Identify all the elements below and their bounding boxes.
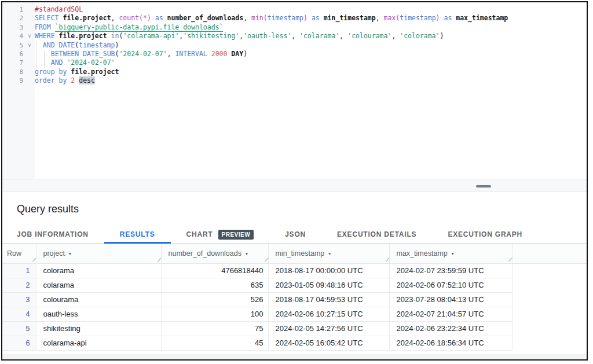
- results-tabs: JOB INFORMATIONRESULTSCHARTPREVIEWJSONEX…: [2, 226, 587, 244]
- column-header-project[interactable]: project▾∕∕: [36, 244, 161, 263]
- cell-spacer: [512, 292, 587, 307]
- column-header-number_of_downloads[interactable]: number_of_downloads▾∕∕: [161, 244, 268, 263]
- line-number: 3: [2, 23, 24, 32]
- code-line-1[interactable]: 1#standardSQL: [2, 5, 587, 14]
- line-number: 8: [2, 68, 24, 76]
- table-reference-link[interactable]: `bigquery-public-data.pypi.file_download…: [55, 23, 224, 32]
- code-token: '2024-02-07': [67, 58, 115, 67]
- sort-dropdown-icon[interactable]: ▾: [246, 251, 248, 256]
- cell-min-timestamp: 2018-08-17 04:59:53 UTC: [268, 292, 389, 307]
- code-token: FROM: [35, 23, 51, 31]
- cell-max-timestamp: 2024-02-06 18:56:34 UTC: [389, 336, 512, 350]
- code-token: as: [155, 14, 163, 22]
- code-token: WHERE: [35, 32, 55, 40]
- column-resize-handle-icon[interactable]: ∕∕: [159, 257, 159, 263]
- code-token: file.project: [71, 68, 119, 76]
- code-token: [163, 14, 167, 22]
- column-label: min_timestamp: [276, 249, 325, 258]
- cell-min-timestamp: 2018-08-17 00:00:00 UTC: [268, 263, 389, 278]
- sort-dropdown-icon[interactable]: ▾: [452, 251, 454, 256]
- row-number: 3: [2, 292, 36, 307]
- code-token: max_timestamp: [456, 14, 508, 22]
- table-row: 5shikitesting752024-02-05 14:27:56 UTC20…: [2, 321, 587, 336]
- code-token: 'shikitesting': [183, 32, 239, 40]
- sort-dropdown-icon[interactable]: ▾: [328, 251, 331, 256]
- row-number: 4: [2, 307, 36, 321]
- code-token: DAY: [231, 50, 243, 58]
- code-token: timestamp: [79, 41, 115, 49]
- code-token: [55, 76, 59, 84]
- code-line-8[interactable]: 8group by file.project: [2, 68, 587, 76]
- sql-editor[interactable]: 1#standardSQL2SELECT file.project, count…: [2, 2, 587, 179]
- code-token: as: [444, 14, 452, 22]
- preview-badge: PREVIEW: [218, 230, 254, 240]
- indent-guide: [36, 41, 36, 68]
- fold-toggle-icon[interactable]: ∨: [24, 41, 35, 50]
- cell-number-of-downloads: 45: [161, 336, 268, 350]
- tab-results[interactable]: RESULTS: [104, 226, 171, 243]
- tab-json[interactable]: JSON: [269, 226, 321, 243]
- code-area[interactable]: 1#standardSQL2SELECT file.project, count…: [2, 2, 587, 86]
- tab-execution-graph[interactable]: EXECUTION GRAPH: [432, 226, 538, 243]
- line-number: 6: [2, 50, 24, 58]
- table-row: 2colarama6352023-01-05 09:48:16 UTC2024-…: [2, 278, 587, 292]
- tab-label: CHART: [186, 230, 213, 238]
- code-line-7[interactable]: 7 AND '2024-02-07': [2, 58, 587, 67]
- code-token: 'colarama-api': [123, 32, 179, 40]
- tab-label: JSON: [285, 230, 306, 238]
- horizontal-scrollbar[interactable]: [2, 354, 587, 359]
- cell-min-timestamp: 2024-02-05 16:05:42 UTC: [268, 336, 389, 350]
- tab-job-information[interactable]: JOB INFORMATION: [17, 226, 104, 243]
- table-row: 4oauth-less1002024-02-06 10:27:15 UTC202…: [2, 307, 587, 321]
- code-text: WHERE file.project in('colarama-api','sh…: [35, 32, 587, 41]
- column-label: project: [43, 249, 65, 258]
- tab-chart[interactable]: CHARTPREVIEW: [171, 226, 270, 243]
- code-text: FROM `bigquery-public-data.pypi.file_dow…: [35, 23, 587, 32]
- code-token: group: [35, 68, 55, 76]
- code-token: [308, 14, 312, 22]
- code-line-4[interactable]: 4∨WHERE file.project in('colarama-api','…: [2, 32, 587, 41]
- line-number: 4: [2, 32, 24, 41]
- splitter-drag-handle-icon[interactable]: [476, 185, 491, 187]
- column-label: max_timestamp: [397, 249, 448, 258]
- query-results-title: Query results: [17, 203, 587, 215]
- cell-spacer: [512, 307, 587, 321]
- row-number: 5: [2, 321, 36, 336]
- column-resize-handle-icon[interactable]: ∕∕: [266, 257, 266, 263]
- code-line-3[interactable]: 3FROM `bigquery-public-data.pypi.file_do…: [2, 23, 587, 32]
- code-line-6[interactable]: 6 BETWEEN DATE_SUB('2024-02-07', INTERVA…: [2, 50, 587, 58]
- code-line-5[interactable]: 5∨ AND DATE(timestamp): [2, 41, 587, 50]
- code-token: (: [263, 14, 268, 22]
- cell-number-of-downloads: 635: [161, 278, 268, 292]
- column-label: number_of_downloads: [169, 249, 241, 258]
- code-line-2[interactable]: 2SELECT file.project, count(*) as number…: [2, 14, 587, 23]
- code-token: [35, 58, 51, 67]
- fold-toggle-icon[interactable]: ∨: [24, 32, 35, 41]
- code-token: ): [440, 32, 444, 40]
- code-token: [55, 32, 59, 40]
- cell-project: shikitesting: [36, 321, 161, 336]
- code-token: ,: [243, 14, 251, 22]
- column-header-spacer: [512, 244, 587, 263]
- cell-min-timestamp: 2024-02-06 10:27:15 UTC: [268, 307, 389, 321]
- cell-min-timestamp: 2024-02-05 14:27:56 UTC: [268, 321, 389, 336]
- column-header-max_timestamp[interactable]: max_timestamp▾∕∕: [389, 244, 512, 263]
- column-resize-handle-icon[interactable]: ∕∕: [387, 257, 387, 263]
- column-resize-handle-icon[interactable]: ∕∕: [510, 257, 510, 263]
- code-token: by: [59, 68, 67, 76]
- sort-dropdown-icon[interactable]: ▾: [69, 251, 71, 256]
- cell-spacer: [512, 263, 587, 278]
- cell-max-timestamp: 2024-02-06 23:22:34 UTC: [389, 321, 512, 336]
- code-token: #standardSQL: [35, 5, 83, 13]
- code-text: SELECT file.project, count(*) as number_…: [35, 14, 587, 23]
- column-resize-handle-icon[interactable]: ∕∕: [34, 257, 34, 263]
- code-token: timestamp: [268, 14, 303, 22]
- code-line-9[interactable]: 9order by 2 desc: [2, 76, 587, 85]
- cell-max-timestamp: 2024-02-07 21:04:57 UTC: [389, 307, 512, 321]
- tab-execution-details[interactable]: EXECUTION DETAILS: [321, 226, 432, 243]
- code-token: [35, 50, 51, 58]
- panel-splitter[interactable]: [2, 179, 587, 192]
- code-token: ,: [291, 32, 299, 40]
- code-token: as: [312, 14, 320, 22]
- column-header-min_timestamp[interactable]: min_timestamp▾∕∕: [268, 244, 389, 263]
